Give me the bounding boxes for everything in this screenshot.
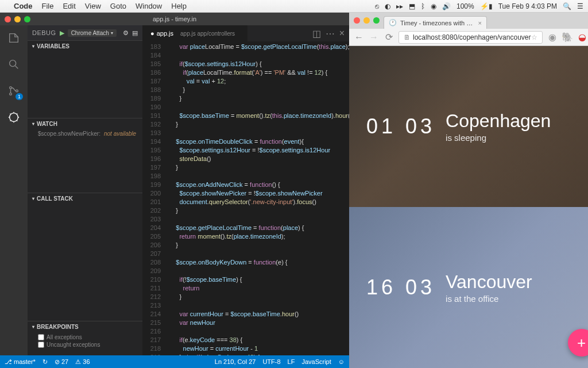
section-watch[interactable]: WATCH bbox=[28, 118, 142, 129]
menu-window[interactable]: Window bbox=[136, 2, 162, 10]
more-icon[interactable]: ⋯ bbox=[326, 28, 335, 39]
macos-menubar: Code File Edit View Goto Window Help ⎋ ◐… bbox=[0, 0, 588, 13]
menu-view[interactable]: View bbox=[85, 2, 101, 10]
scm-badge: 1 bbox=[16, 93, 23, 100]
menu-file[interactable]: File bbox=[42, 2, 54, 10]
url-text: localhost:8080/copenhagen/vancouver bbox=[413, 33, 531, 41]
bp-checkbox[interactable] bbox=[38, 342, 44, 348]
forward-button[interactable]: → bbox=[369, 32, 379, 43]
debug-icon[interactable] bbox=[6, 109, 22, 125]
extension-icon[interactable]: 🐘 bbox=[562, 32, 572, 43]
extension-icon[interactable]: ◉ bbox=[547, 32, 558, 43]
menu-goto[interactable]: Goto bbox=[110, 2, 126, 10]
debug-header: DEBUG ▶ Chrome Attach ▾ ⚙ ▤ bbox=[28, 25, 142, 40]
battery-icon[interactable]: ⚡▮ bbox=[480, 2, 493, 10]
svg-point-1 bbox=[10, 87, 12, 89]
city-status: is at the office bbox=[446, 294, 532, 304]
debug-config-select[interactable]: Chrome Attach ▾ bbox=[68, 29, 117, 37]
bp-uncaught-exceptions[interactable]: Uncaught exceptions bbox=[38, 341, 138, 348]
encoding[interactable]: UTF-8 bbox=[262, 358, 280, 365]
site-info-icon[interactable]: 🗎 bbox=[404, 33, 411, 41]
battery-pct[interactable]: 100% bbox=[457, 2, 474, 10]
favicon: 🕐 bbox=[389, 19, 397, 26]
menu-edit[interactable]: Edit bbox=[63, 2, 75, 10]
git-branch[interactable]: ⎇ master* bbox=[5, 358, 36, 366]
close-icon[interactable] bbox=[354, 17, 360, 24]
clock[interactable]: Tue Feb 9 4:03 PM bbox=[498, 2, 557, 10]
time-display: 01 03 bbox=[366, 114, 435, 139]
chrome-window: 🕐 Timey - timezones with a h × ← → ⟳ 🗎 l… bbox=[349, 13, 588, 368]
section-variables[interactable]: VARIABLES bbox=[28, 41, 142, 52]
svg-point-2 bbox=[10, 93, 12, 95]
search-icon[interactable] bbox=[6, 56, 22, 72]
console-icon[interactable]: ▤ bbox=[132, 29, 138, 37]
wifi-icon[interactable]: ◉ bbox=[431, 2, 436, 10]
extension-icon[interactable]: ◒ bbox=[577, 32, 587, 43]
debug-start-icon[interactable]: ▶ bbox=[60, 29, 64, 37]
window-title: app.js - timey.in bbox=[153, 16, 196, 22]
errors[interactable]: ⊘ 27 bbox=[55, 358, 68, 366]
split-editor-icon[interactable]: ◫ bbox=[312, 28, 321, 39]
reload-button[interactable]: ⟳ bbox=[384, 32, 394, 43]
debug-sidebar: DEBUG ▶ Chrome Attach ▾ ⚙ ▤ VARIABLES WA… bbox=[28, 25, 142, 355]
section-breakpoints[interactable]: BREAKPOINTS bbox=[28, 321, 142, 332]
browser-tabstrip: 🕐 Timey - timezones with a h × bbox=[349, 13, 588, 29]
dropbox-icon[interactable]: ⬒ bbox=[409, 2, 415, 10]
feedback-icon[interactable]: ☺ bbox=[338, 358, 345, 365]
cursor-position[interactable]: Ln 210, Col 27 bbox=[215, 358, 256, 365]
minimize-icon[interactable] bbox=[14, 16, 21, 22]
back-button[interactable]: ← bbox=[354, 32, 364, 43]
spotlight-icon[interactable]: 🔍 bbox=[563, 2, 571, 10]
maximize-icon[interactable] bbox=[373, 17, 380, 24]
editor-tabs: ● app.js app.js app/controllers ◫ ⋯ × bbox=[142, 25, 349, 41]
close-tab-icon[interactable]: × bbox=[339, 28, 345, 39]
maximize-icon[interactable] bbox=[24, 16, 30, 22]
menubar-app[interactable]: Code bbox=[14, 2, 33, 10]
notifications-icon[interactable]: ☰ bbox=[577, 2, 583, 10]
scm-icon[interactable]: 1 bbox=[6, 83, 22, 99]
section-callstack[interactable]: CALL STACK bbox=[28, 193, 142, 204]
activity-bar: 1 bbox=[0, 25, 28, 355]
menu-help[interactable]: Help bbox=[171, 2, 187, 10]
status-icon[interactable]: ◐ bbox=[385, 2, 390, 10]
city-name: Vancouver bbox=[446, 271, 532, 293]
browser-toolbar: ← → ⟳ 🗎 localhost:8080/copenhagen/vancou… bbox=[349, 29, 588, 46]
timezone-card[interactable]: 16 03 Vancouver is at the office bbox=[349, 207, 588, 368]
sync-icon[interactable]: ↻ bbox=[42, 358, 48, 366]
status-icon[interactable]: ⎋ bbox=[375, 2, 379, 10]
status-bar: ⎇ master* ↻ ⊘ 27 ⚠ 36 Ln 210, Col 27 UTF… bbox=[0, 355, 349, 368]
svg-point-0 bbox=[10, 60, 16, 67]
minimize-icon[interactable] bbox=[363, 17, 370, 24]
editor-tab[interactable]: ● app.js app.js app/controllers bbox=[142, 25, 248, 41]
tab-filename: app.js bbox=[157, 30, 173, 37]
language-mode[interactable]: JavaScript bbox=[301, 358, 331, 365]
eol[interactable]: LF bbox=[288, 358, 295, 365]
breadcrumb: app.js app/controllers bbox=[176, 30, 239, 37]
svg-point-4 bbox=[10, 113, 18, 122]
bookmark-icon[interactable]: ☆ bbox=[531, 33, 537, 41]
code-area[interactable]: 183 184 185 186 187 188 189 190 191 192 … bbox=[142, 41, 349, 355]
city-name: Copenhagen bbox=[446, 110, 551, 132]
browser-viewport: 01 03 Copenhagen is sleeping 16 03 Vanco… bbox=[349, 46, 588, 368]
city-status: is sleeping bbox=[446, 133, 551, 143]
bp-checkbox[interactable] bbox=[38, 334, 44, 340]
timezone-card[interactable]: 01 03 Copenhagen is sleeping bbox=[349, 46, 588, 207]
svg-point-3 bbox=[16, 90, 18, 92]
close-icon[interactable] bbox=[5, 16, 11, 22]
browser-tab[interactable]: 🕐 Timey - timezones with a h × bbox=[384, 16, 487, 29]
vscode-titlebar: app.js - timey.in bbox=[0, 13, 349, 25]
warnings[interactable]: ⚠ 36 bbox=[75, 358, 90, 366]
tab-close-icon[interactable]: × bbox=[478, 20, 482, 26]
bluetooth-icon[interactable]: ᛒ bbox=[421, 2, 425, 10]
volume-icon[interactable]: 🔊 bbox=[442, 2, 451, 10]
status-icon[interactable]: ▸▸ bbox=[396, 2, 403, 10]
vscode-window: app.js - timey.in 1 DEBUG ▶ Chrome Attac… bbox=[0, 13, 349, 368]
time-display: 16 03 bbox=[366, 275, 435, 300]
bp-all-exceptions[interactable]: All exceptions bbox=[38, 334, 138, 341]
address-bar[interactable]: 🗎 localhost:8080/copenhagen/vancouver ☆ bbox=[399, 31, 543, 44]
watch-expression[interactable]: $scope.showNewPicker: not available bbox=[38, 131, 138, 137]
gear-icon[interactable]: ⚙ bbox=[123, 29, 129, 37]
dirty-indicator: ● bbox=[150, 30, 154, 37]
tab-title: Timey - timezones with a h bbox=[400, 20, 475, 26]
explorer-icon[interactable] bbox=[6, 30, 22, 46]
